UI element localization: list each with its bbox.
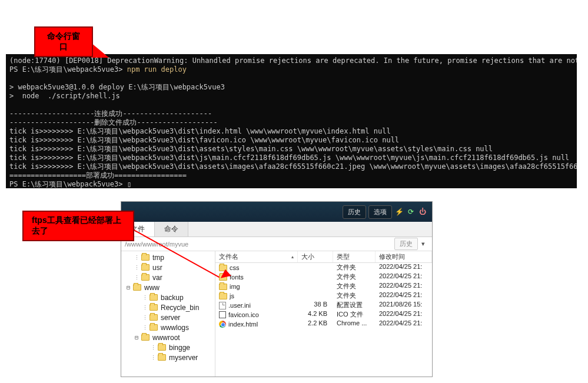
tree-item[interactable]: ⋮bingge [121, 342, 215, 352]
file-row[interactable]: js文件夹2022/04/25 21: [215, 291, 432, 301]
tree-item[interactable]: ⋮backup [121, 292, 215, 302]
file-type: Chrome ... [333, 319, 376, 329]
folder-icon [150, 324, 158, 331]
terminal-line: tick is>>>>>>>> E:\练习项目\webpack5vue3\dis… [9, 136, 399, 144]
file-name: favicon.ico [228, 311, 259, 318]
file-type: ICO 文件 [333, 310, 376, 319]
tree-item[interactable]: ⋮server [121, 312, 215, 322]
folder-icon [141, 264, 150, 271]
folder-icon [158, 344, 166, 351]
terminal-line: tick is>>>>>>>> E:\练习项目\webpack5vue3\dis… [9, 154, 569, 162]
file-date: 2022/04/25 21: [376, 263, 432, 272]
directory-tree[interactable]: ⋮tmp⋮usr⋮var⊟www⋮backup⋮Recycle_bin⋮serv… [121, 251, 215, 377]
file-size [298, 272, 333, 282]
path-history-button[interactable]: 历史 [394, 238, 418, 250]
terminal-line: ==================部署成功================= [9, 171, 187, 179]
tree-dots-icon: ⋮ [141, 325, 148, 331]
col-name[interactable]: 文件名▴ [215, 251, 298, 262]
file-row[interactable]: img文件夹2022/04/25 21: [215, 282, 432, 291]
tree-item-label: Recycle_bin [161, 304, 199, 312]
file-row[interactable]: fonts文件夹2022/04/25 21: [215, 272, 432, 282]
folder-icon [158, 354, 166, 361]
options-button[interactable]: 选项 [368, 205, 392, 219]
callout-arrow-terminal [91, 43, 127, 58]
file-list[interactable]: 文件名▴ 大小 类型 修改时间 css文件夹2022/04/25 21:font… [215, 251, 432, 377]
file-list-header: 文件名▴ 大小 类型 修改时间 [215, 251, 432, 263]
tree-item[interactable]: ⋮Recycle_bin [121, 302, 215, 312]
file-size: 4.2 KB [298, 310, 333, 319]
refresh-icon[interactable]: ⟳ [406, 207, 416, 217]
ico-icon [219, 311, 226, 318]
expand-icon[interactable]: ⊟ [125, 284, 132, 291]
tree-dots-icon: ⋮ [141, 305, 148, 311]
folder-icon [150, 304, 158, 311]
terminal-line: --------------------删除文件成功--------------… [9, 118, 218, 126]
tree-item[interactable]: ⊟wwwroot [121, 332, 215, 342]
col-modified[interactable]: 修改时间 [376, 251, 432, 262]
tab-command[interactable]: 命令 [155, 222, 188, 237]
tree-item[interactable]: ⊟www [121, 282, 215, 292]
ftp-titlebar: 历史 选项 ⚡ ⟳ ⏻ [121, 202, 432, 222]
folder-icon [133, 284, 141, 291]
file-size: 2.2 KB [298, 319, 333, 329]
tree-item-label: backup [161, 294, 184, 302]
file-type: 文件夹 [333, 263, 376, 272]
tree-dots-icon: ⋮ [141, 315, 148, 321]
file-type: 配置设置 [333, 301, 376, 310]
tree-item-label: wwwroot [152, 334, 180, 342]
tree-dots-icon: ⋮ [150, 345, 157, 351]
folder-icon [150, 314, 158, 321]
chrome-icon [219, 321, 226, 328]
tree-item-label: bingge [169, 344, 190, 352]
file-row[interactable]: .user.ini38 B配置设置2021/08/26 15: [215, 301, 432, 310]
file-date: 2022/04/25 21: [376, 272, 432, 282]
terminal-window[interactable]: (node:17740) [DEP0018] DeprecationWarnin… [6, 54, 577, 188]
file-name: img [230, 283, 240, 290]
tree-item-label: usr [152, 264, 162, 272]
power-icon[interactable]: ⏻ [418, 207, 427, 217]
tree-item-label: wwwlogs [161, 324, 189, 332]
file-row[interactable]: index.html2.2 KBChrome ...2022/04/25 21: [215, 319, 432, 329]
terminal-command: npm run deploy [127, 65, 187, 74]
tree-dots-icon: ⋮ [150, 355, 157, 361]
file-date: 2021/08/26 15: [376, 301, 432, 310]
expand-icon[interactable]: ⊟ [133, 334, 140, 341]
terminal-line: --------------------连接成功----------------… [9, 109, 212, 118]
col-size[interactable]: 大小 [298, 251, 333, 262]
folder-icon [219, 293, 227, 299]
callout-ftp: ftps工具查看已经部署上去了 [22, 211, 134, 241]
file-row[interactable]: css文件夹2022/04/25 21: [215, 263, 432, 272]
history-button[interactable]: 历史 [343, 205, 366, 219]
terminal-prompt: PS E:\练习项目\webpack5vue3> [9, 65, 127, 74]
terminal-line: tick is>>>>>>>> E:\练习项目\webpack5vue3\dis… [9, 162, 577, 171]
file-type: 文件夹 [333, 291, 376, 301]
file-size [298, 263, 333, 272]
file-row[interactable]: favicon.ico4.2 KBICO 文件2022/04/25 21: [215, 310, 432, 319]
chevron-down-icon[interactable]: ▾ [418, 240, 428, 248]
terminal-cursor: ▯ [127, 180, 131, 188]
file-name: .user.ini [228, 302, 251, 309]
terminal-line: tick is>>>>>>>> E:\练习项目\webpack5vue3\dis… [9, 145, 493, 153]
folder-icon [150, 294, 158, 301]
file-type: 文件夹 [333, 272, 376, 282]
tree-dots-icon: ⋮ [133, 255, 140, 261]
col-type[interactable]: 类型 [333, 251, 376, 262]
bolt-icon[interactable]: ⚡ [394, 207, 404, 217]
ftp-tabs: 文件 命令 [121, 222, 432, 237]
tree-item-label: var [152, 274, 162, 282]
tree-item[interactable]: ⋮tmp [121, 252, 215, 262]
folder-icon [141, 274, 150, 281]
terminal-line: > node ./script/shell.js [9, 92, 120, 100]
tree-item[interactable]: ⋮myserver [121, 352, 215, 362]
tree-item[interactable]: ⋮wwwlogs [121, 322, 215, 332]
folder-icon [141, 254, 150, 261]
file-size [298, 291, 333, 301]
tree-item[interactable]: ⋮var [121, 272, 215, 282]
tree-dots-icon: ⋮ [133, 265, 140, 271]
tree-item-label: server [161, 314, 180, 322]
terminal-prompt: PS E:\练习项目\webpack5vue3> [9, 180, 127, 188]
tree-dots-icon: ⋮ [133, 275, 140, 281]
callout-terminal: 命令行窗口 [34, 26, 93, 57]
terminal-line: (node:17740) [DEP0018] DeprecationWarnin… [9, 56, 577, 65]
tree-dots-icon: ⋮ [141, 295, 148, 301]
